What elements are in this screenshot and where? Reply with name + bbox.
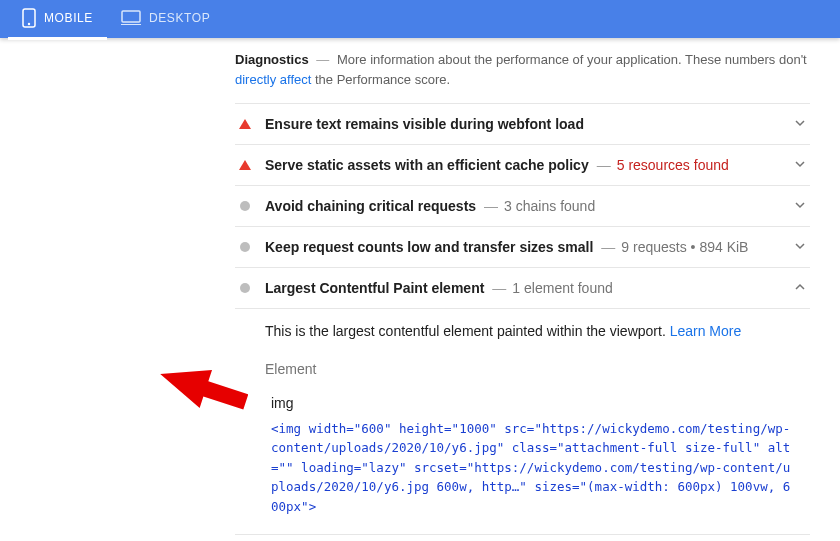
tab-mobile[interactable]: MOBILE — [8, 0, 107, 40]
chevron-down-icon — [794, 198, 806, 214]
dash-icon: — — [316, 52, 329, 67]
tab-desktop[interactable]: DESKTOP — [107, 0, 224, 38]
warning-icon — [237, 116, 253, 132]
element-section-label: Element — [265, 361, 806, 377]
tab-desktop-label: DESKTOP — [149, 11, 210, 25]
informative-icon — [237, 198, 253, 214]
dash-icon: — — [492, 280, 506, 296]
svg-rect-2 — [122, 11, 140, 22]
diagnostics-header: Diagnostics — More information about the… — [235, 50, 810, 89]
svg-point-1 — [28, 23, 30, 25]
dash-icon: — — [484, 198, 498, 214]
lcp-description: This is the largest contentful element p… — [265, 323, 806, 339]
audit-label: Ensure text remains visible during webfo… — [265, 116, 584, 132]
dash-icon: — — [597, 157, 611, 173]
diagnostics-subtitle-suffix: the Performance score. — [311, 72, 450, 87]
element-tag: img — [271, 395, 806, 411]
device-tabs: MOBILE DESKTOP — [0, 0, 840, 38]
chevron-up-icon — [794, 280, 806, 296]
directly-affect-link[interactable]: directly affect — [235, 72, 311, 87]
chevron-down-icon — [794, 239, 806, 255]
mobile-icon — [22, 8, 36, 28]
diagnostics-subtitle-prefix: More information about the performance o… — [337, 52, 807, 67]
audit-row[interactable]: Ensure text remains visible during webfo… — [235, 104, 810, 145]
audit-row[interactable]: Keep request counts low and transfer siz… — [235, 227, 810, 268]
audit-row[interactable]: Avoid chaining critical requests — 3 cha… — [235, 186, 810, 227]
audit-row[interactable]: Serve static assets with an efficient ca… — [235, 145, 810, 186]
audit-label: Avoid chaining critical requests — [265, 198, 476, 214]
audit-label: Serve static assets with an efficient ca… — [265, 157, 589, 173]
audit-hint: 1 element found — [512, 280, 612, 296]
lcp-description-text: This is the largest contentful element p… — [265, 323, 670, 339]
learn-more-link[interactable]: Learn More — [670, 323, 742, 339]
tab-mobile-label: MOBILE — [44, 11, 93, 25]
element-source-code: <img width="600" height="1000" src="http… — [271, 419, 791, 516]
audit-row[interactable]: Largest Contentful Paint element — 1 ele… — [235, 268, 810, 309]
audit-row[interactable]: Avoid large layout shifts — 1 element fo… — [235, 535, 810, 541]
warning-icon — [237, 157, 253, 173]
audit-list: Ensure text remains visible during webfo… — [235, 103, 810, 541]
desktop-icon — [121, 10, 141, 26]
diagnostics-title: Diagnostics — [235, 52, 309, 67]
diagnostics-panel: Diagnostics — More information about the… — [0, 38, 840, 541]
audit-label: Largest Contentful Paint element — [265, 280, 484, 296]
informative-icon — [237, 280, 253, 296]
audit-hint: 5 resources found — [617, 157, 729, 173]
audit-hint: 3 chains found — [504, 198, 595, 214]
informative-icon — [237, 239, 253, 255]
dash-icon: — — [601, 239, 615, 255]
chevron-down-icon — [794, 116, 806, 132]
lcp-element-details: This is the largest contentful element p… — [235, 309, 810, 535]
chevron-down-icon — [794, 157, 806, 173]
audit-hint: 9 requests • 894 KiB — [621, 239, 748, 255]
audit-label: Keep request counts low and transfer siz… — [265, 239, 593, 255]
